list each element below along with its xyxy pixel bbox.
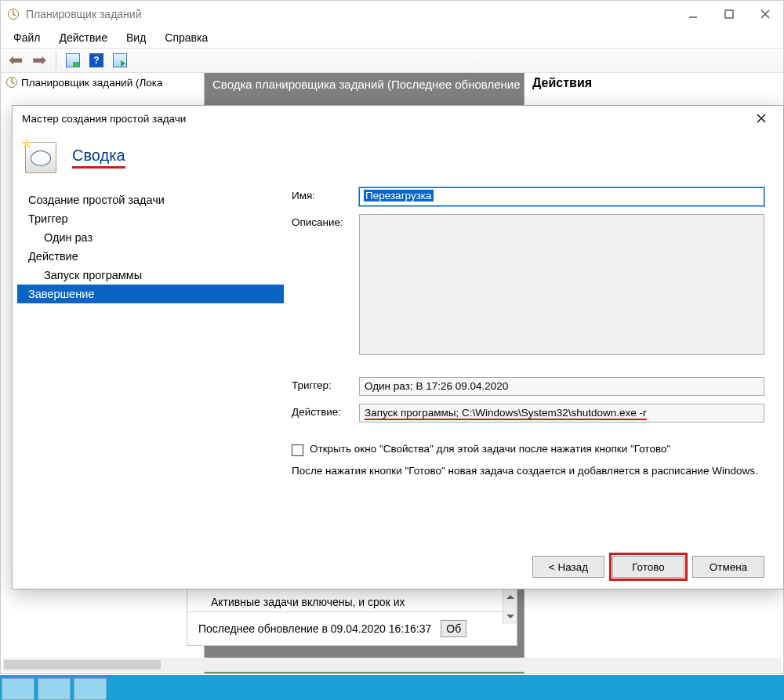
view-details-button[interactable] xyxy=(63,50,83,71)
menu-action[interactable]: Действие xyxy=(49,30,117,45)
wizard-info-text: После нажатия кнопки "Готово" новая зада… xyxy=(292,464,764,479)
menubar: Файл Действие Вид Справка xyxy=(1,27,783,48)
tree-root-item[interactable]: Планировщик заданий (Лока xyxy=(5,76,199,89)
maximize-button[interactable] xyxy=(711,1,747,27)
scroll-thumb[interactable] xyxy=(4,660,161,669)
svg-rect-1 xyxy=(725,10,733,18)
nav-back-button[interactable]: ⬅ xyxy=(5,50,26,71)
dialog-title: Мастер создания простой задачи xyxy=(22,113,747,125)
dialog-buttons: < Назад Готово Отмена xyxy=(13,546,783,589)
tree-root-label: Планировщик заданий (Лока xyxy=(21,77,163,89)
back-button[interactable]: < Назад xyxy=(532,556,604,578)
dialog-titlebar: Мастер создания простой задачи xyxy=(13,106,783,131)
toolbar: ⬅ ➡ ? xyxy=(1,48,783,73)
open-properties-label: Открыть окно "Свойства" для этой задачи … xyxy=(310,443,670,455)
step-finish[interactable]: Завершение xyxy=(17,285,284,303)
taskbar[interactable] xyxy=(0,675,784,700)
name-input[interactable]: Перезагрузка xyxy=(359,187,764,206)
name-value: Перезагрузка xyxy=(364,190,434,201)
menu-help[interactable]: Справка xyxy=(155,30,217,45)
close-button[interactable] xyxy=(747,1,783,27)
run-button[interactable] xyxy=(110,50,130,71)
refresh-button[interactable]: Об xyxy=(441,620,466,637)
step-once[interactable]: Один раз xyxy=(17,228,284,247)
app-icon xyxy=(7,8,20,20)
wizard-form: Имя: Перезагрузка Описание: Триггер: Оди… xyxy=(284,181,783,546)
menu-view[interactable]: Вид xyxy=(117,30,155,45)
step-run-program[interactable]: Запуск программы xyxy=(17,266,284,285)
titlebar: Планировщик заданий xyxy=(1,1,783,27)
taskbar-item[interactable] xyxy=(74,678,107,700)
action-text: Запуск программы; C:\Windows\System32\sh… xyxy=(365,407,647,420)
wizard-page-title: Сводка xyxy=(72,147,125,169)
taskbar-item[interactable] xyxy=(2,678,34,700)
label-action: Действие: xyxy=(292,404,359,423)
menu-file[interactable]: Файл xyxy=(4,30,49,45)
step-create[interactable]: Создание простой задачи xyxy=(17,190,284,209)
active-tasks-panel: Активные задачи включены, и срок их Посл… xyxy=(187,589,517,646)
label-description: Описание: xyxy=(292,214,359,355)
wizard-header: Сводка xyxy=(13,131,783,181)
cancel-button[interactable]: Отмена xyxy=(692,556,764,578)
wizard-icon xyxy=(25,142,56,173)
label-name: Имя: xyxy=(292,187,359,206)
finish-button[interactable]: Готово xyxy=(612,556,684,578)
step-action[interactable]: Действие xyxy=(17,247,284,266)
label-trigger: Триггер: xyxy=(292,377,359,396)
open-properties-checkbox[interactable] xyxy=(292,444,303,456)
minimize-button[interactable] xyxy=(675,1,711,27)
help-button[interactable]: ? xyxy=(86,50,107,71)
taskbar-item[interactable] xyxy=(38,678,71,700)
step-trigger[interactable]: Триггер xyxy=(17,209,284,228)
description-textarea[interactable] xyxy=(359,214,764,355)
vertical-scrollbar[interactable] xyxy=(503,589,517,624)
wizard-steps: Создание простой задачи Триггер Один раз… xyxy=(17,181,284,546)
trigger-value: Один раз; В 17:26 09.04.2020 xyxy=(359,377,764,396)
last-update-text: Последнее обновление в 09.04.2020 16:16:… xyxy=(198,622,431,635)
clock-icon xyxy=(5,76,18,89)
create-basic-task-wizard: Мастер создания простой задачи Сводка Со… xyxy=(12,105,784,589)
horizontal-scrollbar[interactable] xyxy=(2,658,782,672)
window-title: Планировщик заданий xyxy=(23,8,675,20)
active-tasks-text: Активные задачи включены, и срок их xyxy=(187,589,517,611)
toolbar-separator xyxy=(56,51,56,70)
action-value: Запуск программы; C:\Windows\System32\sh… xyxy=(359,404,764,423)
dialog-close-button[interactable] xyxy=(747,107,775,129)
nav-forward-button[interactable]: ➡ xyxy=(29,50,49,71)
